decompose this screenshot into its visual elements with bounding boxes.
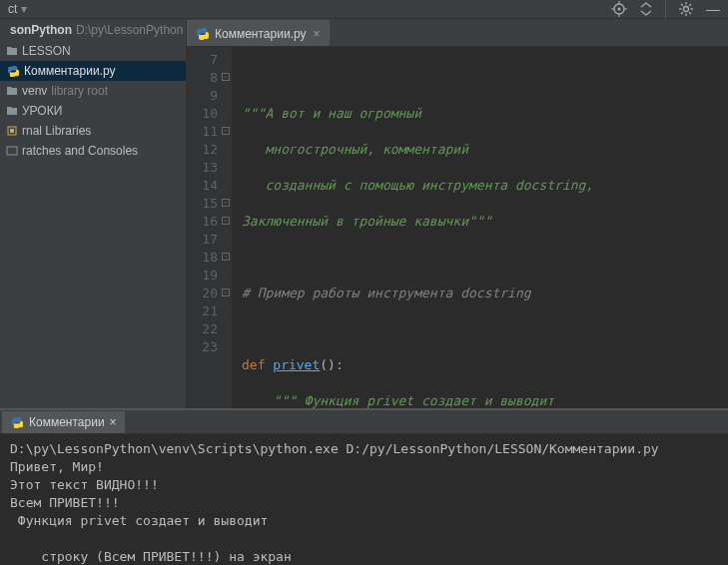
- console-panel: Комментарии × D:\py\LessonPython\venv\Sc…: [0, 408, 728, 565]
- code-content: """А вот и наш огромный многострочный, к…: [232, 47, 593, 408]
- tab-file[interactable]: Комментарии.py ×: [187, 20, 330, 46]
- tab-label: Комментарии.py: [215, 27, 307, 41]
- project-dropdown-label[interactable]: ct: [8, 2, 17, 16]
- close-icon[interactable]: ×: [110, 415, 117, 429]
- gear-icon[interactable]: [678, 1, 694, 17]
- console-tab[interactable]: Комментарии ×: [2, 411, 125, 433]
- editor-tab-bar: Комментарии.py ×: [187, 19, 728, 47]
- project-sidebar: sonPython D:\py\LessonPython LESSONКомме…: [0, 19, 187, 408]
- collapse-icon[interactable]: [639, 2, 653, 16]
- sidebar-item-rnal-libraries[interactable]: rnal Libraries: [0, 121, 186, 141]
- toolbar-divider: [665, 0, 666, 18]
- svg-rect-17: [7, 147, 17, 155]
- svg-line-13: [681, 12, 683, 14]
- sidebar-item-lesson[interactable]: LESSON: [0, 41, 186, 61]
- svg-line-14: [689, 4, 691, 6]
- console-tab-bar: Комментарии ×: [0, 410, 728, 434]
- python-file-icon: [10, 415, 24, 429]
- sidebar-item-ratches-and-consoles[interactable]: ratches and Consoles: [0, 141, 186, 161]
- gutter: 78-91011-12131415-16-1718-1920-212223: [187, 47, 232, 408]
- svg-rect-16: [10, 129, 14, 133]
- svg-line-11: [681, 4, 683, 6]
- sidebar-item--py[interactable]: Комментарии.py: [0, 61, 186, 81]
- main-row: sonPython D:\py\LessonPython LESSONКомме…: [0, 19, 728, 408]
- console-tab-label: Комментарии: [29, 415, 105, 429]
- python-file-icon: [196, 27, 210, 41]
- target-icon[interactable]: [611, 1, 627, 17]
- code-editor[interactable]: 78-91011-12131415-16-1718-1920-212223 ""…: [187, 47, 728, 408]
- svg-line-12: [689, 12, 691, 14]
- console-output[interactable]: D:\py\LessonPython\venv\Scripts\python.e…: [0, 434, 728, 565]
- editor-area: Комментарии.py × 78-91011-12131415-16-17…: [187, 19, 728, 408]
- hide-icon[interactable]: —: [706, 1, 720, 17]
- svg-point-1: [618, 8, 621, 11]
- project-root[interactable]: sonPython D:\py\LessonPython: [0, 19, 186, 41]
- sidebar-item-venv[interactable]: venv library root: [0, 81, 186, 101]
- sidebar-item--[interactable]: УРОКИ: [0, 101, 186, 121]
- top-toolbar: ct ▾ —: [0, 0, 728, 19]
- close-icon[interactable]: ×: [314, 27, 321, 41]
- svg-point-6: [684, 7, 689, 12]
